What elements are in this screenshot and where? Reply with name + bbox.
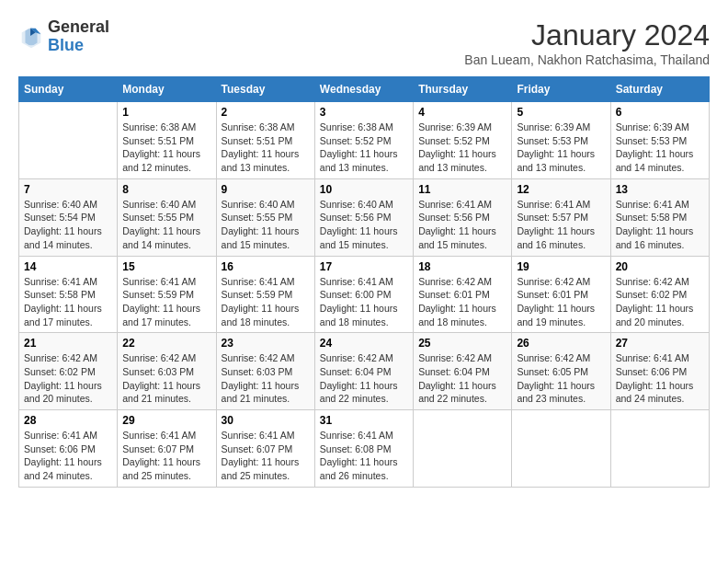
calendar-cell: 18Sunrise: 6:42 AMSunset: 6:01 PMDayligh… — [414, 256, 512, 333]
calendar-cell: 14Sunrise: 6:41 AMSunset: 5:58 PMDayligh… — [19, 256, 118, 333]
day-info: Sunrise: 6:42 AMSunset: 6:02 PMDaylight:… — [616, 275, 704, 329]
column-header-tuesday: Tuesday — [216, 77, 314, 102]
day-number: 16 — [222, 260, 310, 273]
calendar-cell: 17Sunrise: 6:41 AMSunset: 6:00 PMDayligh… — [314, 256, 413, 333]
day-info: Sunrise: 6:41 AMSunset: 6:06 PMDaylight:… — [24, 429, 112, 483]
day-info: Sunrise: 6:42 AMSunset: 6:04 PMDaylight:… — [320, 351, 408, 406]
day-info: Sunrise: 6:38 AMSunset: 5:51 PMDaylight:… — [222, 121, 310, 175]
calendar-header-row: SundayMondayTuesdayWednesdayThursdayFrid… — [19, 77, 710, 102]
day-info: Sunrise: 6:39 AMSunset: 5:52 PMDaylight:… — [418, 121, 506, 175]
day-number: 12 — [517, 183, 605, 196]
calendar-cell: 15Sunrise: 6:41 AMSunset: 5:59 PMDayligh… — [118, 256, 216, 333]
calendar-cell: 19Sunrise: 6:42 AMSunset: 6:01 PMDayligh… — [512, 256, 610, 333]
day-number: 17 — [320, 260, 408, 273]
column-header-monday: Monday — [118, 77, 216, 102]
calendar-cell — [414, 410, 512, 488]
day-info: Sunrise: 6:41 AMSunset: 6:07 PMDaylight:… — [122, 429, 210, 483]
day-info: Sunrise: 6:41 AMSunset: 5:59 PMDaylight:… — [122, 275, 210, 329]
calendar-cell: 1Sunrise: 6:38 AMSunset: 5:51 PMDaylight… — [118, 102, 216, 179]
calendar-cell: 25Sunrise: 6:42 AMSunset: 6:04 PMDayligh… — [414, 333, 512, 410]
calendar-cell: 26Sunrise: 6:42 AMSunset: 6:05 PMDayligh… — [512, 333, 610, 410]
calendar-cell: 28Sunrise: 6:41 AMSunset: 6:06 PMDayligh… — [19, 410, 118, 488]
calendar-week-row: 21Sunrise: 6:42 AMSunset: 6:02 PMDayligh… — [19, 333, 710, 410]
logo-icon — [18, 24, 44, 50]
title-block: January 2024 Ban Lueam, Nakhon Ratchasim… — [464, 18, 710, 67]
day-number: 28 — [24, 414, 112, 427]
calendar-cell: 29Sunrise: 6:41 AMSunset: 6:07 PMDayligh… — [118, 410, 216, 488]
day-number: 15 — [122, 260, 210, 273]
day-number: 8 — [122, 183, 210, 196]
day-info: Sunrise: 6:42 AMSunset: 6:01 PMDaylight:… — [418, 275, 506, 329]
column-header-saturday: Saturday — [610, 77, 709, 102]
calendar-cell: 30Sunrise: 6:41 AMSunset: 6:07 PMDayligh… — [216, 410, 314, 488]
day-number: 9 — [222, 183, 310, 196]
calendar-cell: 6Sunrise: 6:39 AMSunset: 5:53 PMDaylight… — [610, 102, 709, 179]
calendar-cell: 13Sunrise: 6:41 AMSunset: 5:58 PMDayligh… — [610, 178, 709, 256]
day-number: 23 — [222, 337, 310, 350]
calendar-cell — [512, 410, 610, 488]
day-number: 25 — [418, 337, 506, 350]
day-info: Sunrise: 6:40 AMSunset: 5:56 PMDaylight:… — [320, 198, 408, 252]
day-number: 10 — [320, 183, 408, 196]
calendar-cell: 4Sunrise: 6:39 AMSunset: 5:52 PMDaylight… — [414, 102, 512, 179]
day-info: Sunrise: 6:40 AMSunset: 5:54 PMDaylight:… — [24, 198, 112, 252]
day-number: 20 — [616, 260, 704, 273]
calendar-cell: 3Sunrise: 6:38 AMSunset: 5:52 PMDaylight… — [314, 102, 413, 179]
day-info: Sunrise: 6:41 AMSunset: 6:00 PMDaylight:… — [320, 275, 408, 329]
day-number: 3 — [320, 106, 408, 119]
calendar-cell — [610, 410, 709, 488]
calendar-week-row: 14Sunrise: 6:41 AMSunset: 5:58 PMDayligh… — [19, 256, 710, 333]
day-number: 2 — [222, 106, 310, 119]
column-header-wednesday: Wednesday — [314, 77, 413, 102]
location-subtitle: Ban Lueam, Nakhon Ratchasima, Thailand — [464, 52, 710, 67]
day-info: Sunrise: 6:42 AMSunset: 6:04 PMDaylight:… — [418, 351, 506, 406]
calendar-cell: 22Sunrise: 6:42 AMSunset: 6:03 PMDayligh… — [118, 333, 216, 410]
day-number: 29 — [122, 414, 210, 427]
day-info: Sunrise: 6:38 AMSunset: 5:52 PMDaylight:… — [320, 121, 408, 175]
day-info: Sunrise: 6:40 AMSunset: 5:55 PMDaylight:… — [222, 198, 310, 252]
day-info: Sunrise: 6:41 AMSunset: 5:56 PMDaylight:… — [418, 198, 506, 252]
day-info: Sunrise: 6:41 AMSunset: 6:07 PMDaylight:… — [222, 429, 310, 483]
day-number: 13 — [616, 183, 704, 196]
month-year-title: January 2024 — [464, 18, 710, 52]
day-info: Sunrise: 6:39 AMSunset: 5:53 PMDaylight:… — [517, 121, 605, 175]
day-info: Sunrise: 6:42 AMSunset: 6:03 PMDaylight:… — [222, 351, 310, 406]
calendar-cell: 21Sunrise: 6:42 AMSunset: 6:02 PMDayligh… — [19, 333, 118, 410]
day-number: 6 — [616, 106, 704, 119]
day-number: 21 — [24, 337, 112, 350]
column-header-friday: Friday — [512, 77, 610, 102]
day-number: 30 — [222, 414, 310, 427]
logo: General Blue — [18, 18, 109, 55]
calendar-cell — [19, 102, 118, 179]
day-info: Sunrise: 6:38 AMSunset: 5:51 PMDaylight:… — [122, 121, 210, 175]
day-info: Sunrise: 6:41 AMSunset: 5:59 PMDaylight:… — [222, 275, 310, 329]
calendar-cell: 31Sunrise: 6:41 AMSunset: 6:08 PMDayligh… — [314, 410, 413, 488]
calendar-table: SundayMondayTuesdayWednesdayThursdayFrid… — [18, 76, 710, 488]
day-number: 1 — [122, 106, 210, 119]
day-number: 19 — [517, 260, 605, 273]
day-number: 31 — [320, 414, 408, 427]
day-info: Sunrise: 6:42 AMSunset: 6:05 PMDaylight:… — [517, 351, 605, 406]
day-info: Sunrise: 6:42 AMSunset: 6:01 PMDaylight:… — [517, 275, 605, 329]
column-header-sunday: Sunday — [19, 77, 118, 102]
day-info: Sunrise: 6:41 AMSunset: 6:08 PMDaylight:… — [320, 429, 408, 483]
day-number: 7 — [24, 183, 112, 196]
day-number: 4 — [418, 106, 506, 119]
calendar-week-row: 28Sunrise: 6:41 AMSunset: 6:06 PMDayligh… — [19, 410, 710, 488]
calendar-cell: 20Sunrise: 6:42 AMSunset: 6:02 PMDayligh… — [610, 256, 709, 333]
calendar-cell: 23Sunrise: 6:42 AMSunset: 6:03 PMDayligh… — [216, 333, 314, 410]
calendar-cell: 5Sunrise: 6:39 AMSunset: 5:53 PMDaylight… — [512, 102, 610, 179]
logo-text: General Blue — [48, 18, 109, 55]
day-info: Sunrise: 6:41 AMSunset: 5:57 PMDaylight:… — [517, 198, 605, 252]
day-info: Sunrise: 6:41 AMSunset: 6:06 PMDaylight:… — [616, 351, 704, 406]
calendar-cell: 7Sunrise: 6:40 AMSunset: 5:54 PMDaylight… — [19, 178, 118, 256]
day-info: Sunrise: 6:41 AMSunset: 5:58 PMDaylight:… — [616, 198, 704, 252]
day-number: 27 — [616, 337, 704, 350]
day-info: Sunrise: 6:41 AMSunset: 5:58 PMDaylight:… — [24, 275, 112, 329]
day-number: 26 — [517, 337, 605, 350]
day-number: 22 — [122, 337, 210, 350]
day-info: Sunrise: 6:42 AMSunset: 6:03 PMDaylight:… — [122, 351, 210, 406]
day-info: Sunrise: 6:39 AMSunset: 5:53 PMDaylight:… — [616, 121, 704, 175]
day-number: 5 — [517, 106, 605, 119]
day-number: 11 — [418, 183, 506, 196]
